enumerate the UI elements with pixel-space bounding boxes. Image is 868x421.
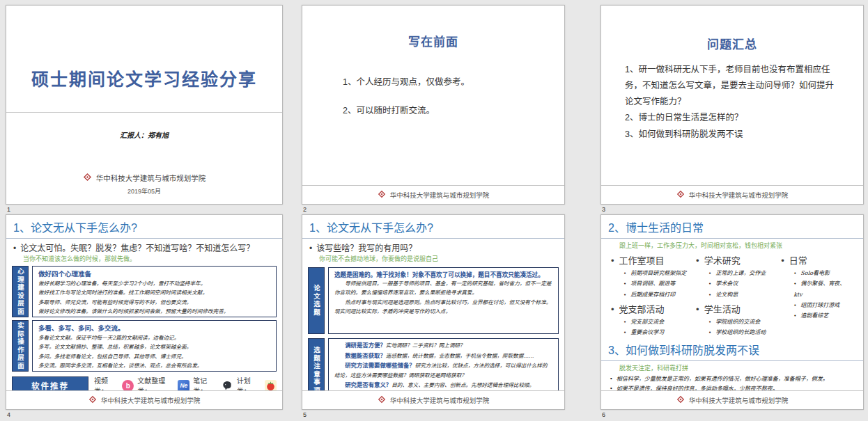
box-line: 多交流。跟同学多交流，互相看论文，谈想法、观点，总会有所启发。 xyxy=(38,361,270,370)
group-item: •党支部交流会 xyxy=(623,317,696,327)
date-line: 2019年05月 xyxy=(6,186,282,196)
bilibili-icon: b xyxy=(122,380,134,392)
slide-2[interactable]: 写在前面 1、个人经历与观点，仅做参考。 2、可以随时打断交流。 华中科技大学建… xyxy=(302,5,565,205)
hust-logo-icon xyxy=(676,190,685,200)
slide-4-cell: 1、论文无从下手怎么办? •论文太可怕。失眠？脱发？焦虑？不知道写啥？不知道怎么… xyxy=(6,214,283,418)
box-line: 多跟导师、师兄交流，可能有些时候觉得写的不好，但也要交流。 xyxy=(38,298,270,307)
footer-org-name: 华中科技大学建筑与城市规划学院 xyxy=(689,190,789,200)
box-item: 数据能否获取？遥感数据，统计数据，业态数据，手机信令数据，爬取数据…… xyxy=(334,351,552,361)
group-item: •论文构思 xyxy=(708,289,781,300)
hust-logo-icon xyxy=(378,395,386,405)
group-item: •前期项目研究框架拟定 xyxy=(623,268,696,278)
block-label: 实际操作层面 xyxy=(12,320,29,372)
psych-block: 心理建设层面 做好四个心理准备 做好长期学习的心理准备。每天至少学习2个小时，雷… xyxy=(12,266,277,317)
deck-title: 硕士期间论文学习经验分享 xyxy=(6,65,282,90)
slide-4-green-note: 当你不知道该怎么做的时候，那就先做。 xyxy=(6,253,282,263)
slide-2-point: 1、个人经历与观点，仅做参考。 xyxy=(343,74,564,88)
slide-footer: 华中科技大学建筑与城市规划学院 xyxy=(601,390,863,409)
daily-life-columns: •工作室项目 •前期项目研究框架拟定 •项目调研、跟进等 •后期成果存档打印 •… xyxy=(601,250,863,340)
slide-6-green-note-2: 脱发天注定，科研靠打拼 xyxy=(601,361,863,372)
slide-footer: 华中科技大学建筑与城市规划学院 xyxy=(6,390,282,409)
group-item: •重要会议学习 xyxy=(623,327,696,337)
hust-logo-icon xyxy=(88,395,97,405)
slide-2-point: 2、可以随时打断交流。 xyxy=(343,103,564,116)
slide-footer: 华中科技大学建筑与城市规划学院 xyxy=(601,185,863,204)
group-item: •学术会议 xyxy=(708,278,781,289)
bullet-dot: • xyxy=(611,255,614,266)
slide-2-title: 写在前面 xyxy=(302,32,564,49)
practice-block: 实际操作层面 多看、多写、多问、多交流。 多看论文文献。保证平均每一天2篇的文献… xyxy=(12,320,277,372)
page-number-1: 1 xyxy=(7,206,283,213)
box-line: 做好长期学习的心理准备。每天至少学习2个小时，雷打不动坚持半年。 xyxy=(38,279,270,288)
box-line: 多问。多找老师看论文，包括自己导师、其他导师、博士师兄。 xyxy=(38,352,270,361)
bullet-dot: • xyxy=(13,244,16,253)
bullet-dot: • xyxy=(696,255,699,266)
footer-org-name: 华中科技大学建筑与城市规划学院 xyxy=(390,395,490,405)
slide-footer: 华中科技大学建筑与城市规划学院 xyxy=(302,185,564,204)
slide-6-cell: 2、博士生活的日常 跟上班一样，工作多压力大，时间相对宽松，钱包相对紧张 •工作… xyxy=(600,214,864,418)
box-line: 做好找工作与写论文同时进行的准备。找工作期间空闲时间读相关文献。 xyxy=(38,288,270,297)
bullet-dot: • xyxy=(781,255,784,266)
group-item: •后期成果存档打印 xyxy=(623,289,696,300)
slide-5-bullet: •该写些啥？我写的有用吗？ xyxy=(302,239,564,253)
slide-5-heading: 1、论文无从下手怎么办? xyxy=(302,215,564,239)
slide-4[interactable]: 1、论文无从下手怎么办? •论文太可怕。失眠？脱发？焦虑？不知道写啥？不知道怎么… xyxy=(6,214,283,410)
slide-6[interactable]: 2、博士生活的日常 跟上班一样，工作多压力大，时间相对宽松，钱包相对紧张 •工作… xyxy=(600,214,864,410)
tomato-icon xyxy=(265,380,277,392)
hust-logo-icon xyxy=(83,173,92,183)
slide-6-heading-hairloss: 3、如何做到科研防脱发两不误 xyxy=(601,340,863,361)
slide-1[interactable]: 硕士期间论文学习经验分享 汇报人：郑有旭 华中科技大学建筑与城市规划学院 201… xyxy=(6,5,283,205)
box-title: 做好四个心理准备 xyxy=(38,269,270,278)
footer-org-name: 华中科技大学建筑与城市规划学院 xyxy=(689,395,789,405)
slide-3-point: 2、博士的日常生活是怎样的？ xyxy=(625,110,839,126)
slide-6-heading-daily: 2、博士生活的日常 xyxy=(601,215,863,239)
org-name: 华中科技大学建筑与城市规划学院 xyxy=(96,173,206,183)
footer-org-name: 华中科技大学建筑与城市规划学院 xyxy=(101,395,201,405)
box-item: 调研是否方便？实地调研？二手资料？网上调研？ xyxy=(334,340,552,351)
box-line: 多看论文文献。保证平均每一天2篇的文献阅读，边看边记。 xyxy=(38,333,270,342)
footer-org-name: 华中科技大学建筑与城市规划学院 xyxy=(390,190,490,200)
group-daily: •日常 •Solo看电影 •偶尔聚餐、宵夜、ktv •组团打球打游戏 •追剧看综… xyxy=(781,253,853,321)
group-item: •学院组织的交流会 xyxy=(708,317,781,327)
block-label: 心理建设层面 xyxy=(12,266,29,317)
slide-3-title: 问题汇总 xyxy=(601,35,863,52)
group-student-activities: •学生活动 •学院组织的交流会 •学校组织的长跑活动 xyxy=(696,302,781,338)
slide-2-cell: 写在前面 1、个人经历与观点，仅做参考。 2、可以随时打断交流。 华中科技大学建… xyxy=(302,5,565,213)
hust-logo-icon xyxy=(676,395,685,405)
slide-5-cell: 1、论文无从下手怎么办? •该写些啥？我写的有用吗？ 你可能不会撼动地球，你要做… xyxy=(302,214,565,418)
hairloss-bullet: •相信科学，少量脱发是正常的，如果有遗传的情况，做好心理准备，准备帽子，假发。 xyxy=(610,374,855,384)
group-item: •正常的上课，交作业 xyxy=(708,268,781,278)
box-title: 多看、多写、多问、多交流。 xyxy=(38,323,270,333)
page-number-3: 3 xyxy=(602,206,864,213)
group-item: •项目调研、跟进等 xyxy=(623,278,696,289)
box-paragraph: 热点时事与现实问题是选题原则。热点时事比较讨巧，业界都在讨论，但又没有个标准。现… xyxy=(334,298,552,317)
group-item: •学校组织的长跑活动 xyxy=(708,327,781,337)
group-academic-research: •学术研究 •正常的上课，交作业 •学术会议 •论文构思 xyxy=(696,253,781,300)
divider xyxy=(6,112,282,113)
slide-1-cell: 硕士期间论文学习经验分享 汇报人：郑有旭 华中科技大学建筑与城市规划学院 201… xyxy=(6,5,283,213)
presenter-line: 汇报人：郑有旭 xyxy=(6,129,282,140)
slide-3[interactable]: 问题汇总 1、研一做科研无从下手，老师目前也没有布置相应任务，不知道怎么写文章，… xyxy=(600,5,864,205)
bullet-dot: • xyxy=(309,244,312,253)
hust-logo-icon xyxy=(378,190,386,200)
box-paragraph: 导师提供题目。一般基于导师的项目、基金，有一定的研究基础，省时省力，但不一定是你… xyxy=(334,279,552,298)
noteexpress-icon: Ne xyxy=(178,380,189,392)
group-party-branch: •党支部活动 •党支部交流会 •重要会议学习 xyxy=(611,302,696,338)
slide-5[interactable]: 1、论文无从下手怎么办? •该写些啥？我写的有用吗？ 你可能不会撼动地球，你要做… xyxy=(302,214,565,410)
slide-4-heading: 1、论文无从下手怎么办? xyxy=(6,215,282,239)
box-item: 研究是否有意义？目的、意义、主要内容、创新点。先想好逻辑合理得比较顺。 xyxy=(334,380,552,390)
slide-footer: 华中科技大学建筑与城市规划学院 xyxy=(302,390,564,409)
slide-6-green-note-1: 跟上班一样，工作多压力大，时间相对宽松，钱包相对紧张 xyxy=(601,239,863,250)
page-number-5: 5 xyxy=(303,411,565,418)
group-studio-projects: •工作室项目 •前期项目研究框架拟定 •项目调研、跟进等 •后期成果存档打印 xyxy=(611,253,696,300)
group-item: •偶尔聚餐、宵夜、ktv xyxy=(793,278,853,299)
box-line: 做好论文修改的准备。该做什么的时候抓紧时间去做，预留大量的时间修改完善。 xyxy=(38,307,270,316)
slide-3-point: 3、如何做到科研防脱发两不误 xyxy=(625,127,839,143)
slide-5-green-note: 你可能不会撼动地球，你要做的是说服自己 xyxy=(302,253,564,263)
bullet-dot: • xyxy=(696,304,699,315)
bullet-dot: • xyxy=(611,304,614,315)
group-item: •组团打球打游戏 xyxy=(793,300,853,310)
slide-3-point: 1、研一做科研无从下手，老师目前也没有布置相应任务，不知道怎么写文章，是要去主动… xyxy=(625,62,839,110)
slide-1-footer: 华中科技大学建筑与城市规划学院 2019年05月 xyxy=(6,173,282,196)
block-label: 论文选题 xyxy=(308,267,325,334)
